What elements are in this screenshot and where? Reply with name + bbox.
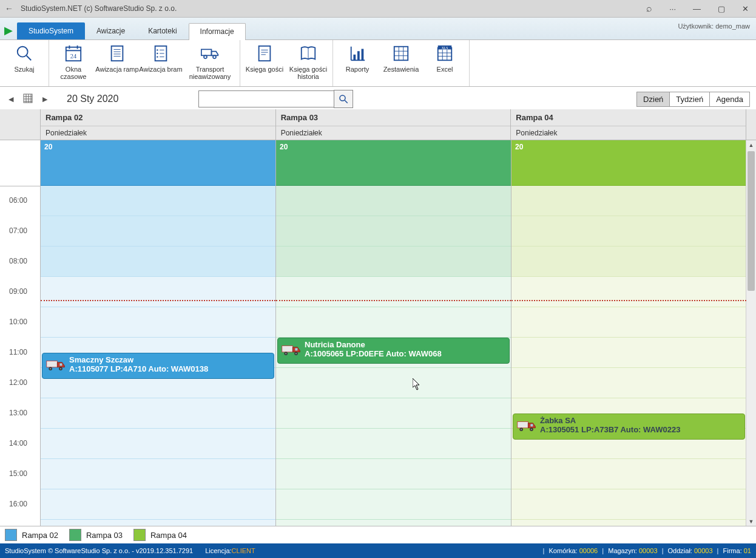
legend-swatch bbox=[133, 529, 146, 541]
calendar-body[interactable]: 06:0007:0008:0009:0010:0011:0012:0013:00… bbox=[0, 140, 756, 526]
view-tydzień[interactable]: Tydzień bbox=[669, 92, 710, 107]
toolbar-raporty[interactable]: Raporty bbox=[336, 44, 379, 73]
next-arrow-icon[interactable]: ▶ bbox=[40, 94, 50, 104]
view-dzień[interactable]: Dzień bbox=[636, 92, 670, 107]
column-day-name: Poniedziałek bbox=[511, 126, 746, 140]
toolbar-zestawienia[interactable]: Zestawienia bbox=[379, 44, 423, 73]
tab-kartoteki[interactable]: Kartoteki bbox=[137, 22, 188, 39]
calendar-column[interactable]: 20Żabka SAA:1305051 LP:A73B7 Auto: WAW02… bbox=[511, 140, 746, 526]
svg-point-51 bbox=[340, 95, 345, 101]
svg-rect-66 bbox=[530, 424, 533, 427]
calendar-event[interactable]: Nutricia DanoneA:1005065 LP:D0EFE Auto: … bbox=[277, 338, 510, 364]
time-slot[interactable] bbox=[276, 429, 511, 459]
column-ramp-name: Rampa 04 bbox=[511, 109, 746, 126]
search-icon[interactable]: ⌕ bbox=[646, 3, 652, 14]
close-icon[interactable]: ✕ bbox=[742, 4, 749, 13]
time-slot[interactable] bbox=[41, 489, 275, 520]
time-label: 14:00 bbox=[0, 439, 36, 447]
time-slot[interactable] bbox=[276, 186, 511, 216]
svg-rect-31 bbox=[362, 49, 364, 61]
svg-point-68 bbox=[521, 429, 522, 430]
time-slot[interactable] bbox=[41, 216, 275, 247]
toolbar-awizacja-bram[interactable]: Awizacja bram bbox=[139, 44, 183, 73]
more-icon[interactable]: ··· bbox=[669, 4, 676, 13]
toolbar-okna-czasowe[interactable]: 24Okna czasowe bbox=[52, 44, 95, 80]
time-slot[interactable] bbox=[41, 398, 275, 429]
svg-point-17 bbox=[157, 56, 158, 57]
svg-rect-22 bbox=[259, 46, 271, 61]
time-slot[interactable] bbox=[41, 277, 275, 307]
toolbar-label: Księga gości historia bbox=[286, 66, 330, 80]
search-input[interactable] bbox=[198, 90, 334, 107]
time-slot[interactable] bbox=[41, 429, 275, 459]
play-icon[interactable]: ▶ bbox=[0, 24, 17, 39]
time-slot[interactable] bbox=[511, 186, 746, 216]
toolbar-awizacja-ramp[interactable]: Awizacja ramp bbox=[95, 44, 139, 73]
truck-icon bbox=[46, 359, 66, 372]
event-subtitle: A:1105077 LP:4A710 Auto: WAW0138 bbox=[69, 364, 270, 373]
time-slot[interactable] bbox=[276, 398, 511, 429]
tab-awizacje[interactable]: Awizacje bbox=[85, 22, 137, 39]
view-agenda[interactable]: Agenda bbox=[709, 92, 750, 107]
vertical-scrollbar[interactable]: ▲ ▼ bbox=[746, 140, 756, 526]
time-slot[interactable] bbox=[276, 459, 511, 489]
toolbar-transport-nieawizowany[interactable]: Transport nieawizowany bbox=[183, 44, 237, 80]
calendar-event[interactable]: Żabka SAA:1305051 LP:A73B7 Auto: WAW0223 bbox=[513, 413, 745, 440]
column-day-name: Poniedziałek bbox=[276, 126, 511, 140]
svg-point-0 bbox=[18, 47, 28, 57]
time-slot[interactable] bbox=[511, 338, 746, 368]
scroll-down-icon[interactable]: ▼ bbox=[746, 517, 756, 526]
time-slot[interactable] bbox=[276, 368, 511, 398]
time-slot[interactable] bbox=[276, 247, 511, 277]
time-slot[interactable] bbox=[276, 307, 511, 338]
search-button[interactable] bbox=[334, 90, 353, 108]
time-slot[interactable] bbox=[276, 277, 511, 307]
tab-informacje[interactable]: Informacje bbox=[189, 23, 246, 40]
time-slot[interactable] bbox=[41, 307, 275, 338]
svg-rect-53 bbox=[47, 361, 58, 367]
toolbar-ksi-ga-go-ci[interactable]: Księga gości bbox=[243, 44, 286, 73]
time-slot[interactable] bbox=[41, 247, 275, 277]
time-slot[interactable] bbox=[511, 459, 746, 489]
allday-cell[interactable]: 20 bbox=[511, 140, 746, 186]
datebar: ◀ ▶ 20 Sty 2020 DzieńTydzieńAgenda bbox=[0, 87, 756, 112]
allday-cell[interactable]: 20 bbox=[276, 140, 511, 186]
toolbar-label: Raporty bbox=[336, 66, 379, 73]
time-slot[interactable] bbox=[511, 307, 746, 338]
toolbar-group: Księga gościKsięga gości historia bbox=[240, 40, 333, 86]
time-slot[interactable] bbox=[41, 186, 275, 216]
scroll-up-icon[interactable]: ▲ bbox=[746, 140, 756, 150]
svg-rect-59 bbox=[282, 346, 293, 352]
prev-arrow-icon[interactable]: ◀ bbox=[6, 94, 16, 104]
toolbar-label: Szukaj bbox=[2, 66, 46, 73]
legend-label: Rampa 04 bbox=[150, 531, 187, 540]
allday-cell[interactable]: 20 bbox=[41, 140, 275, 186]
toolbar-excel[interactable]: XLSExcel bbox=[423, 44, 467, 73]
toolbar-group: Szukaj bbox=[0, 40, 49, 86]
calendar-column[interactable]: 20Smaczny SzczawA:1105077 LP:4A710 Auto:… bbox=[41, 140, 276, 526]
time-slot[interactable] bbox=[511, 216, 746, 247]
minimize-icon[interactable]: — bbox=[693, 4, 701, 13]
time-slot[interactable] bbox=[511, 368, 746, 398]
scroll-thumb[interactable] bbox=[748, 151, 755, 291]
user-label: Użytkownik: demo_maw bbox=[678, 22, 750, 30]
truck-icon bbox=[282, 344, 301, 356]
maximize-icon[interactable]: ▢ bbox=[718, 4, 725, 13]
calendar-event[interactable]: Smaczny SzczawA:1105077 LP:4A710 Auto: W… bbox=[42, 353, 274, 379]
time-slot[interactable] bbox=[276, 216, 511, 247]
legend-label: Rampa 02 bbox=[22, 531, 58, 540]
toolbar-szukaj[interactable]: Szukaj bbox=[2, 44, 46, 73]
titlebar: ← StudioSystem.NET (c) SoftwareStudio Sp… bbox=[0, 0, 756, 18]
back-icon[interactable]: ← bbox=[0, 4, 18, 13]
time-slot[interactable] bbox=[511, 247, 746, 277]
scrollbar-space bbox=[746, 109, 756, 140]
tab-studiosystem[interactable]: StudioSystem bbox=[17, 22, 85, 39]
time-slot[interactable] bbox=[41, 459, 275, 489]
time-slot[interactable] bbox=[511, 277, 746, 307]
date-grid-icon[interactable] bbox=[23, 94, 33, 105]
svg-rect-32 bbox=[394, 47, 408, 61]
calendar-column[interactable]: 20Nutricia DanoneA:1005065 LP:D0EFE Auto… bbox=[276, 140, 511, 526]
time-slot[interactable] bbox=[511, 489, 746, 520]
toolbar-ksi-ga-go-ci-historia[interactable]: Księga gości historia bbox=[286, 44, 330, 80]
time-slot[interactable] bbox=[276, 489, 511, 520]
